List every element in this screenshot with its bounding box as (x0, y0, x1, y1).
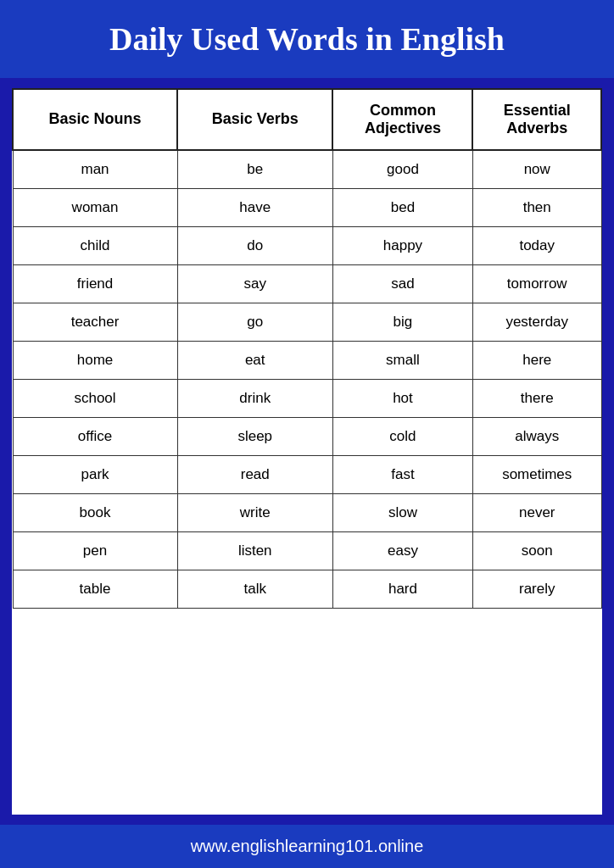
cell-verb: say (177, 264, 332, 303)
cell-noun: home (13, 341, 177, 379)
cell-adjective: sad (332, 264, 472, 303)
cell-verb: go (177, 303, 332, 341)
col-header-adverbs: EssentialAdverbs (472, 89, 601, 150)
table-row: officesleepcoldalways (13, 417, 601, 455)
table-row: friendsaysadtomorrow (13, 264, 601, 303)
table-row: schooldrinkhotthere (13, 379, 601, 417)
table-row: childdohappytoday (13, 226, 601, 264)
cell-verb: listen (177, 531, 332, 570)
table-row: tabletalkhardrarely (13, 570, 601, 608)
cell-adjective: slow (332, 493, 472, 531)
cell-adverb: here (472, 341, 601, 379)
page-title: Daily Used Words in English (17, 20, 597, 59)
cell-adverb: then (472, 188, 601, 226)
cell-adverb: there (472, 379, 601, 417)
table-row: manbegoodnow (13, 150, 601, 189)
table-container: Basic Nouns Basic Verbs CommonAdjectives… (12, 88, 602, 815)
cell-verb: sleep (177, 417, 332, 455)
table-header-row: Basic Nouns Basic Verbs CommonAdjectives… (13, 89, 601, 150)
vocabulary-table: Basic Nouns Basic Verbs CommonAdjectives… (12, 88, 602, 609)
cell-noun: office (13, 417, 177, 455)
cell-noun: friend (13, 264, 177, 303)
cell-verb: do (177, 226, 332, 264)
table-row: homeeatsmallhere (13, 341, 601, 379)
cell-adjective: hot (332, 379, 472, 417)
cell-verb: write (177, 493, 332, 531)
cell-adjective: cold (332, 417, 472, 455)
cell-noun: school (13, 379, 177, 417)
table-row: parkreadfastsometimes (13, 455, 601, 493)
footer-url: www.englishlearning101.online (191, 837, 424, 855)
cell-adjective: fast (332, 455, 472, 493)
table-row: teachergobigyesterday (13, 303, 601, 341)
cell-verb: be (177, 150, 332, 189)
table-row: penlisteneasysoon (13, 531, 601, 570)
cell-verb: talk (177, 570, 332, 608)
cell-adjective: easy (332, 531, 472, 570)
cell-adjective: small (332, 341, 472, 379)
cell-adjective: hard (332, 570, 472, 608)
cell-noun: table (13, 570, 177, 608)
cell-adjective: bed (332, 188, 472, 226)
col-header-verbs: Basic Verbs (177, 89, 332, 150)
cell-adjective: happy (332, 226, 472, 264)
cell-noun: man (13, 150, 177, 189)
cell-adverb: sometimes (472, 455, 601, 493)
cell-adverb: now (472, 150, 601, 189)
cell-adverb: rarely (472, 570, 601, 608)
cell-adverb: today (472, 226, 601, 264)
cell-adverb: tomorrow (472, 264, 601, 303)
cell-noun: book (13, 493, 177, 531)
cell-verb: read (177, 455, 332, 493)
cell-adjective: good (332, 150, 472, 189)
cell-adverb: always (472, 417, 601, 455)
footer: www.englishlearning101.online (0, 825, 614, 868)
cell-verb: eat (177, 341, 332, 379)
cell-adjective: big (332, 303, 472, 341)
cell-noun: teacher (13, 303, 177, 341)
cell-adverb: yesterday (472, 303, 601, 341)
cell-adverb: never (472, 493, 601, 531)
cell-adverb: soon (472, 531, 601, 570)
cell-noun: pen (13, 531, 177, 570)
col-header-adjectives: CommonAdjectives (332, 89, 472, 150)
table-row: bookwriteslownever (13, 493, 601, 531)
table-row: womanhavebedthen (13, 188, 601, 226)
cell-noun: child (13, 226, 177, 264)
cell-noun: park (13, 455, 177, 493)
cell-verb: drink (177, 379, 332, 417)
cell-noun: woman (13, 188, 177, 226)
header: Daily Used Words in English (0, 0, 614, 78)
col-header-nouns: Basic Nouns (13, 89, 177, 150)
cell-verb: have (177, 188, 332, 226)
